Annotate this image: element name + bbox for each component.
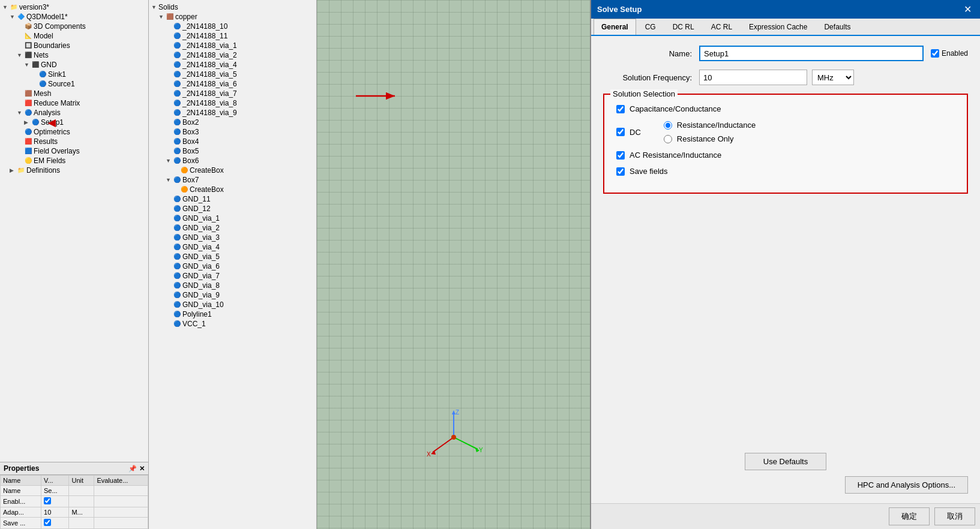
tree-item-box6[interactable]: ▼🔵Box6 [149, 156, 316, 166]
tree-item-boundaries[interactable]: 🔲 Boundaries [0, 41, 148, 50]
tree-item-3dcomp[interactable]: 📦 3D Components [0, 22, 148, 31]
hpc-button[interactable]: HPC and Analysis Options... [845, 476, 968, 494]
tree-item-createbox1[interactable]: 🟠CreateBox [149, 166, 316, 175]
tree-item-gnd-via-5[interactable]: 🔵GND_via_5 [149, 252, 316, 262]
tree-item-box5[interactable]: 🔵Box5 [149, 146, 316, 156]
freq-unit-select[interactable]: MHz GHz kHz Hz [812, 70, 854, 85]
tree-label: GND [41, 61, 57, 69]
solid-icon: 🔵 [173, 137, 181, 146]
tree-item-version3[interactable]: ▼ 📁 version3* [0, 2, 148, 12]
tree-item-2n14188-via-5[interactable]: 🔵_2N14188_via_5 [149, 70, 316, 79]
tree-label: VCC_1 [182, 320, 206, 328]
tree-item-gnd-via-4[interactable]: 🔵GND_via_4 [149, 242, 316, 252]
expand-version3[interactable]: ▼ [2, 4, 8, 10]
tab-expression-cache[interactable]: Expression Cache [741, 19, 815, 35]
tab-defaults[interactable]: Defaults [816, 19, 858, 35]
tree-item-gnd-via-6[interactable]: 🔵GND_via_6 [149, 262, 316, 271]
tree-item-vcc1[interactable]: 🔵VCC_1 [149, 319, 316, 329]
ri-label: Resistance/Inductance [677, 121, 756, 130]
tab-ac-rl[interactable]: AC RL [703, 19, 740, 35]
tree-item-em-fields[interactable]: 🟡 EM Fields [0, 156, 148, 166]
tree-item-2n14188-11[interactable]: 🔵_2N14188_11 [149, 31, 316, 41]
cc-label: Capacitance/Conductance [630, 104, 721, 113]
tree-item-solids[interactable]: ▼ Solids [149, 2, 316, 12]
tree-item-gnd[interactable]: ▼ ⬛ GND [0, 60, 148, 70]
tab-cg[interactable]: CG [637, 19, 664, 35]
use-defaults-button[interactable]: Use Defaults [745, 453, 826, 470]
tree-item-polyline1[interactable]: 🔵Polyline1 [149, 309, 316, 319]
tree-item-q3dmodel[interactable]: ▼ 🔷 Q3DModel1* [0, 12, 148, 22]
expand-q3d[interactable]: ▼ [10, 14, 16, 20]
tree-label: Reduce Matrix [34, 99, 80, 107]
tree-item-sink1[interactable]: 🔵 Sink1 [0, 70, 148, 79]
tree-label: Mesh [34, 89, 51, 98]
tree-item-2n14188-via-6[interactable]: 🔵_2N14188_via_6 [149, 79, 316, 89]
svg-text:X: X [427, 451, 431, 458]
cancel-button[interactable]: 取消 [934, 507, 975, 525]
tree-item-model[interactable]: 📐 Model [0, 31, 148, 41]
tree-item-2n14188-via-7[interactable]: 🔵_2N14188_via_7 [149, 89, 316, 98]
sf-checkbox[interactable] [616, 167, 625, 176]
tree-item-2n14188-via-8[interactable]: 🔵_2N14188_via_8 [149, 98, 316, 108]
tree-item-2n14188-via-4[interactable]: 🔵_2N14188_via_4 [149, 60, 316, 70]
tree-item-results[interactable]: 🟥 Results [0, 137, 148, 146]
tree-item-box2[interactable]: 🔵Box2 [149, 118, 316, 127]
tree-item-gnd-via-1[interactable]: 🔵GND_via_1 [149, 214, 316, 223]
dc-checkbox[interactable] [616, 128, 625, 136]
tab-dc-rl[interactable]: DC RL [665, 19, 702, 35]
tab-general[interactable]: General [594, 19, 636, 35]
tree-item-gnd-via-8[interactable]: 🔵GND_via_8 [149, 281, 316, 290]
results-icon: 🟥 [24, 137, 32, 146]
tree-item-gnd-via-2[interactable]: 🔵GND_via_2 [149, 223, 316, 233]
tree-item-2n14188-via-9[interactable]: 🔵_2N14188_via_9 [149, 108, 316, 118]
tree-label: GND_via_9 [182, 291, 220, 299]
solid-icon: 🔵 [173, 89, 181, 98]
close-properties-icon[interactable]: ✕ [139, 465, 145, 473]
tree-item-2n14188-10[interactable]: 🔵_2N14188_10 [149, 22, 316, 31]
tree-label: GND_via_2 [182, 224, 220, 232]
tree-item-optimetrics[interactable]: 🔵 Optimetrics [0, 127, 148, 137]
name-input[interactable] [699, 46, 924, 61]
solid-icon: 🔵 [173, 253, 181, 261]
tree-label: _2N14188_via_9 [182, 109, 237, 117]
tree-item-mesh[interactable]: 🟫 Mesh [0, 89, 148, 98]
freq-label: Solution Frequency: [603, 73, 699, 82]
tree-item-gnd-via-3[interactable]: 🔵GND_via_3 [149, 233, 316, 242]
tree-item-box3[interactable]: 🔵Box3 [149, 127, 316, 137]
tree-item-2n14188-via-2[interactable]: 🔵_2N14188_via_2 [149, 50, 316, 60]
save-checkbox[interactable] [44, 519, 51, 526]
prop-row-name: Name Se... [1, 486, 148, 496]
enabled-checkbox[interactable] [44, 497, 51, 504]
tree-item-box7[interactable]: ▼🔵Box7 [149, 175, 316, 185]
tree-item-setup1[interactable]: ▶ 🔵 Setup1 ◀ [0, 118, 148, 127]
tree-label: _2N14188_via_6 [182, 80, 237, 88]
ri-radio[interactable] [664, 121, 672, 130]
tree-item-definitions[interactable]: ▶ 📁 Definitions [0, 166, 148, 175]
tree-label: Boundaries [34, 41, 70, 50]
tree-item-box4[interactable]: 🔵Box4 [149, 137, 316, 146]
tree-item-gnd11[interactable]: 🔵GND_11 [149, 194, 316, 204]
tree-item-2n14188-via-1[interactable]: 🔵_2N14188_via_1 [149, 41, 316, 50]
acrl-checkbox[interactable] [616, 151, 625, 160]
tree-label: GND_via_1 [182, 214, 220, 223]
tree-item-copper[interactable]: ▼ 🟫 copper [149, 12, 316, 22]
tree-item-gnd-via-7[interactable]: 🔵GND_via_7 [149, 271, 316, 281]
tree-item-createbox2[interactable]: 🟠CreateBox [149, 185, 316, 194]
freq-value-input[interactable] [699, 70, 807, 85]
tree-item-field-overlays[interactable]: 🟦 Field Overlays [0, 146, 148, 156]
cc-checkbox[interactable] [616, 105, 625, 113]
dialog-close-button[interactable]: ✕ [961, 4, 974, 15]
viewport[interactable]: Z Y X [317, 0, 590, 529]
tree-item-gnd-via-9[interactable]: 🔵GND_via_9 [149, 290, 316, 300]
ok-button[interactable]: 确定 [889, 507, 930, 525]
tree-item-nets[interactable]: ▼ ⬛ Nets [0, 50, 148, 60]
enabled-dialog-checkbox[interactable] [931, 49, 939, 58]
tree-item-gnd-via-10[interactable]: 🔵GND_via_10 [149, 300, 316, 309]
tree-item-gnd12[interactable]: 🔵GND_12 [149, 204, 316, 214]
solid-icon: 🔵 [173, 233, 181, 242]
tree-item-reduce-matrix[interactable]: 🟥 Reduce Matrix [0, 98, 148, 108]
tree-item-analysis[interactable]: ▼ 🔵 Analysis [0, 108, 148, 118]
tree-item-source1[interactable]: 🔵 Source1 [0, 79, 148, 89]
pin-icon[interactable]: 📌 [128, 465, 137, 473]
ro-radio[interactable] [664, 135, 672, 143]
